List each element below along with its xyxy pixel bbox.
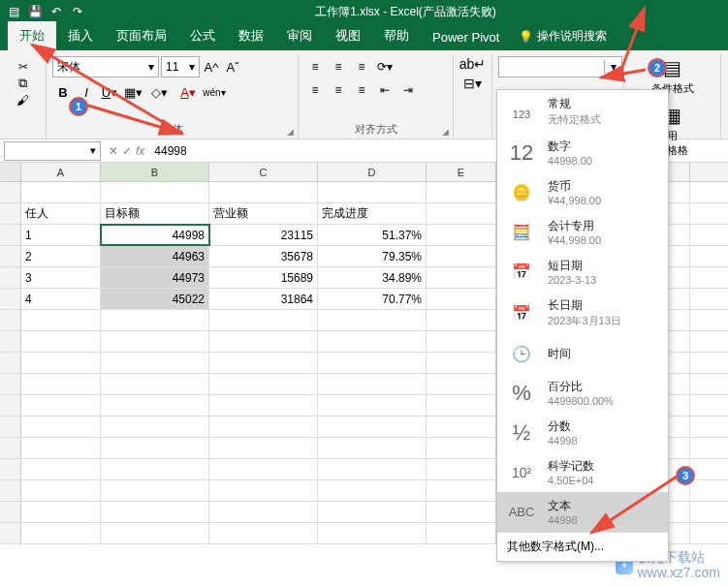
cell[interactable]: 31864	[209, 289, 318, 309]
align-right-icon[interactable]: ≡	[351, 79, 372, 101]
cell[interactable]	[318, 182, 427, 202]
cancel-icon[interactable]: ✕	[109, 144, 118, 158]
cell[interactable]	[209, 310, 318, 330]
cell[interactable]: 70.77%	[318, 289, 427, 309]
orientation-icon[interactable]: ⟳▾	[374, 56, 396, 77]
cell[interactable]: 51.37%	[318, 225, 427, 245]
tab-layout[interactable]: 页面布局	[105, 21, 178, 50]
cell[interactable]: 目标额	[101, 203, 209, 224]
cell[interactable]	[427, 502, 496, 522]
cell[interactable]	[101, 395, 209, 416]
align-top-icon[interactable]: ≡	[304, 56, 326, 77]
col-header-b[interactable]: B	[101, 163, 209, 181]
format-option-时间[interactable]: 🕒时间	[497, 334, 668, 373]
row-header[interactable]	[0, 438, 21, 458]
row-header[interactable]	[0, 225, 21, 245]
align-left-icon[interactable]: ≡	[304, 79, 326, 101]
cell[interactable]	[101, 374, 209, 394]
tab-formula[interactable]: 公式	[178, 21, 227, 50]
format-option-会计专用[interactable]: 🧮会计专用¥44,998.00	[497, 212, 668, 252]
cell[interactable]	[427, 353, 496, 373]
underline-button[interactable]: U▾	[99, 81, 120, 103]
cell[interactable]	[21, 310, 101, 330]
row-header[interactable]	[0, 416, 21, 437]
font-color-button[interactable]: A▾	[174, 81, 202, 103]
cell[interactable]	[101, 480, 209, 501]
format-option-百分比[interactable]: %百分比4499800.00%	[497, 373, 668, 413]
cell[interactable]	[209, 502, 318, 522]
font-dialog-launcher[interactable]: ◢	[287, 127, 294, 137]
cell[interactable]	[318, 395, 427, 416]
cell[interactable]	[318, 459, 427, 479]
format-option-文本[interactable]: ABC文本44998	[497, 492, 668, 532]
cell[interactable]	[427, 523, 496, 543]
cell[interactable]	[318, 353, 427, 373]
cell[interactable]	[101, 416, 209, 437]
row-header[interactable]	[0, 331, 21, 352]
cell[interactable]	[21, 395, 101, 416]
row-header[interactable]	[0, 459, 21, 479]
cell[interactable]: 1	[21, 225, 101, 245]
format-option-数字[interactable]: 12数字44998.00	[497, 133, 668, 172]
cell[interactable]	[318, 502, 427, 522]
cell[interactable]: 44973	[101, 267, 209, 288]
cell[interactable]: 45022	[101, 289, 209, 309]
row-header[interactable]	[0, 523, 21, 543]
cell[interactable]	[427, 395, 496, 416]
cell[interactable]	[101, 523, 209, 543]
cell[interactable]	[21, 416, 101, 437]
cell[interactable]	[209, 331, 318, 352]
undo-icon[interactable]: ↶	[47, 2, 66, 21]
cell[interactable]	[21, 331, 101, 352]
cell[interactable]	[209, 353, 318, 373]
cell[interactable]: 完成进度	[318, 203, 427, 224]
cell[interactable]	[427, 374, 496, 394]
tell-me-search[interactable]: 💡 操作说明搜索	[511, 22, 615, 50]
tab-powerpivot[interactable]: Power Pivot	[421, 24, 511, 50]
cell[interactable]	[209, 374, 318, 394]
decrease-font-icon[interactable]: Aˇ	[223, 56, 242, 77]
cell[interactable]	[21, 353, 101, 373]
cell[interactable]	[21, 182, 101, 202]
cell[interactable]	[101, 331, 209, 352]
tab-help[interactable]: 帮助	[372, 21, 421, 50]
tab-insert[interactable]: 插入	[56, 21, 105, 50]
fx-icon[interactable]: fx	[136, 144, 144, 158]
cell[interactable]	[427, 246, 496, 266]
tab-review[interactable]: 审阅	[275, 21, 324, 50]
row-header[interactable]	[0, 353, 21, 373]
cell[interactable]: 3	[21, 267, 101, 288]
cell[interactable]	[318, 523, 427, 543]
cell[interactable]	[427, 225, 496, 245]
increase-indent-icon[interactable]: ⇥	[397, 79, 419, 101]
format-option-分数[interactable]: ½分数44998	[497, 413, 668, 452]
tab-data[interactable]: 数据	[227, 21, 275, 50]
name-box[interactable]: ▾	[4, 141, 101, 161]
row-header[interactable]	[0, 395, 21, 416]
col-header-d[interactable]: D	[318, 163, 427, 181]
font-size-combo[interactable]: 11 ▾	[161, 56, 200, 77]
row-header[interactable]	[0, 480, 21, 501]
wrap-text-icon[interactable]: ab↵	[459, 56, 487, 72]
cell[interactable]	[209, 416, 318, 437]
cell[interactable]	[209, 523, 318, 543]
cell[interactable]: 营业额	[209, 203, 318, 224]
cell[interactable]	[101, 182, 209, 202]
row-header[interactable]	[0, 310, 21, 330]
cell[interactable]	[209, 395, 318, 416]
cell[interactable]	[318, 480, 427, 501]
row-header[interactable]	[0, 502, 21, 522]
number-format-combo[interactable]: ▾	[498, 56, 622, 77]
cell[interactable]	[318, 438, 427, 458]
copy-icon[interactable]: ⧉	[18, 76, 27, 91]
tab-home[interactable]: 开始	[8, 21, 56, 50]
col-header-a[interactable]: A	[21, 163, 101, 181]
cell[interactable]	[318, 310, 427, 330]
format-option-长日期[interactable]: 📅长日期2023年3月13日	[497, 292, 668, 334]
cell[interactable]	[318, 374, 427, 394]
cell[interactable]: 23115	[209, 225, 318, 245]
cell[interactable]	[21, 374, 101, 394]
cell[interactable]	[21, 438, 101, 458]
cell[interactable]	[427, 182, 496, 202]
border-button[interactable]: ▦▾	[122, 81, 143, 103]
